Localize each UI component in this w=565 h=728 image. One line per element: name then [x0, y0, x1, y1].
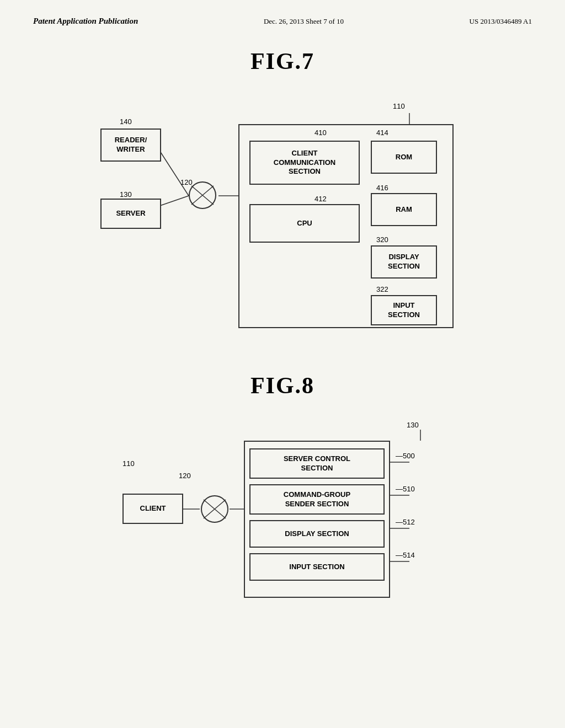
ref-410: 410: [315, 129, 327, 137]
fig7-display-box: DISPLAY SECTION: [371, 245, 437, 279]
client-box: CLIENT: [122, 494, 183, 524]
client-comm-box: CLIENT COMMUNICATION SECTION: [249, 141, 360, 185]
ref-514: —514: [396, 551, 415, 559]
reader-writer-box: READER/ WRITER: [100, 129, 161, 162]
ref-140: 140: [120, 117, 132, 126]
rom-box: ROM: [371, 141, 437, 174]
fig8-container: FIG.8 130: [33, 372, 532, 608]
server-control-box: SERVER CONTROL SECTION: [249, 448, 385, 479]
ref-322: 322: [376, 285, 388, 293]
ref-110: 110: [393, 102, 405, 110]
fig8-diagram: 130 —500 SERVER CONTROL SECTION —510 COM…: [89, 410, 476, 608]
fig7-input-box: INPUT SECTION: [371, 295, 437, 325]
ref-416: 416: [376, 184, 388, 192]
ref-414: 414: [376, 129, 388, 137]
fig8-ref-120: 120: [179, 472, 191, 480]
fig8-ref-110: 110: [122, 459, 135, 468]
ref-320: 320: [376, 235, 388, 244]
publication-label: Patent Application Publication: [33, 17, 138, 26]
date-sheet-label: Dec. 26, 2013 Sheet 7 of 10: [264, 17, 344, 26]
ref-412: 412: [315, 195, 327, 203]
fig7-ref-130: 130: [120, 190, 132, 199]
command-group-box: COMMAND-GROUP SENDER SECTION: [249, 484, 385, 515]
fig8-title: FIG.8: [33, 372, 532, 399]
fig8-input-box: INPUT SECTION: [249, 553, 385, 581]
patent-number-label: US 2013/0346489 A1: [470, 17, 532, 26]
fig7-diagram: 110 410 CLIENT COMMUNICATION SECTION 412…: [67, 85, 498, 339]
fig8-display-box: DISPLAY SECTION: [249, 520, 385, 548]
server-box: SERVER: [100, 199, 161, 229]
fig8-network-node: [200, 494, 230, 524]
svg-line-1: [157, 196, 189, 207]
ram-box: RAM: [371, 193, 437, 226]
svg-line-0: [157, 146, 189, 196]
page: Patent Application Publication Dec. 26, …: [0, 0, 565, 728]
fig8-ref-130: 130: [407, 421, 419, 429]
page-header: Patent Application Publication Dec. 26, …: [33, 17, 532, 26]
cpu-box: CPU: [249, 204, 360, 243]
fig7-network-node: [188, 180, 217, 210]
ref-510: —510: [396, 485, 415, 493]
fig7-title: FIG.7: [33, 48, 532, 74]
fig7-container: FIG.7 110 410: [33, 48, 532, 339]
ref-500: —500: [396, 452, 415, 460]
ref-512: —512: [396, 518, 415, 526]
